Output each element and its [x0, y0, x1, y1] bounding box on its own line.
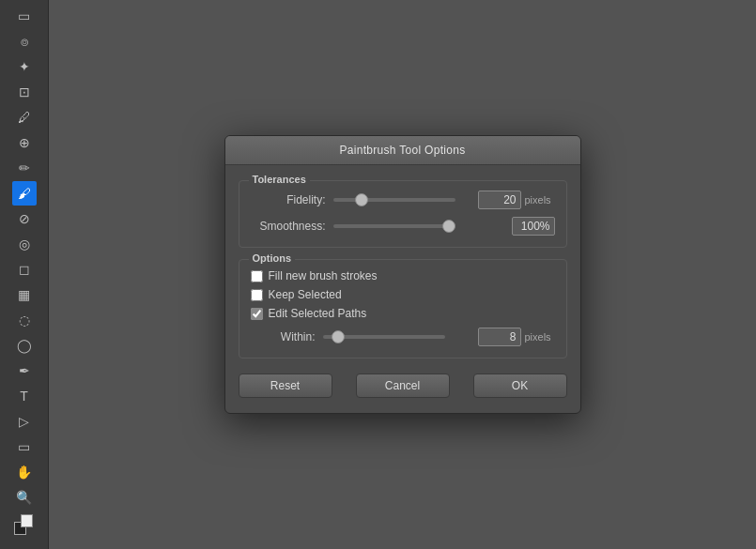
fill-strokes-row: Fill new brush strokes: [251, 269, 555, 282]
tool-clone[interactable]: ⊘: [12, 206, 37, 231]
cancel-button[interactable]: Cancel: [356, 374, 450, 398]
smoothness-row: Smoothness:: [251, 217, 555, 236]
fill-strokes-checkbox[interactable]: [251, 270, 263, 282]
smoothness-input[interactable]: [512, 217, 555, 236]
options-section: Options Fill new brush strokes Keep Sele…: [239, 259, 567, 358]
keep-selected-row: Keep Selected: [251, 288, 555, 301]
keep-selected-checkbox[interactable]: [251, 289, 263, 301]
tool-zoom[interactable]: 🔍: [12, 485, 37, 510]
tool-eraser[interactable]: ◻: [12, 257, 37, 282]
tool-marquee[interactable]: ▭: [12, 4, 37, 28]
within-unit: pixels: [525, 331, 555, 343]
tool-lasso[interactable]: ⌾: [12, 29, 37, 53]
fidelity-slider-container: [333, 192, 471, 207]
keep-selected-label[interactable]: Keep Selected: [269, 288, 342, 301]
smoothness-label: Smoothness:: [251, 220, 326, 233]
within-label: Within:: [269, 330, 316, 343]
main-area: Paintbrush Tool Options Tolerances Fidel…: [49, 0, 756, 549]
tool-pen[interactable]: ✒: [12, 358, 37, 383]
tool-blur[interactable]: ◌: [12, 308, 37, 332]
within-row: Within: pixels: [251, 328, 555, 346]
tool-eyedropper[interactable]: 🖊: [12, 105, 37, 130]
reset-button[interactable]: Reset: [239, 374, 332, 398]
fidelity-input[interactable]: [478, 191, 521, 209]
within-slider-container: [323, 329, 471, 344]
tool-history[interactable]: ◎: [12, 232, 37, 256]
tolerances-label: Tolerances: [249, 174, 310, 185]
fidelity-row: Fidelity: pixels: [251, 191, 555, 209]
tool-paintbrush[interactable]: 🖌: [12, 181, 37, 206]
tolerances-section: Tolerances Fidelity: pixels Smoothness:: [239, 180, 567, 248]
within-slider[interactable]: [323, 335, 445, 339]
tool-quick-sel[interactable]: ✦: [12, 54, 37, 79]
tool-crop[interactable]: ⊡: [12, 80, 37, 104]
fidelity-slider[interactable]: [333, 198, 455, 202]
tool-brush[interactable]: ✏: [12, 156, 37, 180]
fidelity-label: Fidelity:: [251, 193, 326, 206]
dialog-body: Tolerances Fidelity: pixels Smoothness:: [225, 165, 580, 413]
tool-gradient[interactable]: ▦: [12, 282, 37, 307]
within-input[interactable]: [478, 328, 521, 346]
tool-spot-heal[interactable]: ⊕: [12, 130, 37, 155]
dialog-paintbrush-tool-options: Paintbrush Tool Options Tolerances Fidel…: [224, 135, 581, 414]
tool-shape[interactable]: ▭: [12, 435, 37, 459]
tool-dodge[interactable]: ◯: [12, 333, 37, 358]
dialog-title: Paintbrush Tool Options: [225, 136, 580, 165]
options-label: Options: [249, 252, 296, 264]
tool-fg-bg[interactable]: [12, 514, 37, 539]
edit-paths-checkbox[interactable]: [251, 308, 263, 320]
fill-strokes-label[interactable]: Fill new brush strokes: [269, 269, 378, 282]
smoothness-slider[interactable]: [333, 224, 455, 228]
tool-hand[interactable]: ✋: [12, 460, 37, 484]
edit-paths-label[interactable]: Edit Selected Paths: [269, 307, 367, 320]
fidelity-unit: pixels: [525, 194, 555, 206]
button-row: Reset Cancel OK: [239, 370, 567, 400]
ok-button[interactable]: OK: [473, 374, 567, 398]
tool-text[interactable]: T: [12, 384, 37, 408]
tool-path-select[interactable]: ▷: [12, 409, 37, 434]
smoothness-slider-container: [333, 219, 504, 234]
edit-paths-row: Edit Selected Paths: [251, 307, 555, 320]
toolbar: ▭ ⌾ ✦ ⊡ 🖊 ⊕ ✏ 🖌 ⊘ ◎ ◻ ▦ ◌ ◯ ✒ T ▷ ▭ ✋ 🔍: [0, 0, 49, 549]
